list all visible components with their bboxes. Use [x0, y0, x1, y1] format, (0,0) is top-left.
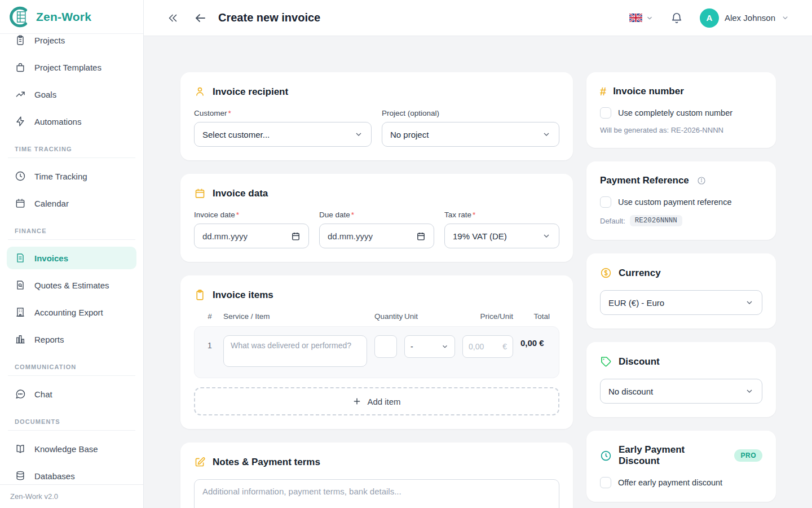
invoice-number-card: # Invoice number Use completely custom n… [586, 72, 776, 148]
sidebar-item-label: Reports [34, 335, 64, 344]
sidebar-item-label: Goals [34, 90, 56, 99]
sidebar-item-projects[interactable]: Projects [7, 34, 136, 51]
info-icon[interactable] [697, 176, 706, 185]
col-quantity: Quantity [374, 312, 397, 321]
reference-default-row: Default: RE2026NNNN [600, 215, 762, 226]
user-name: Alex Johnson [725, 13, 775, 23]
col-unit: Unit [404, 312, 455, 321]
sidebar-item-automations[interactable]: Automations [7, 110, 136, 133]
currency-card: Currency EUR (€) - Euro [586, 253, 776, 329]
col-total: Total [520, 312, 550, 321]
sidebar-item-label: Calendar [34, 199, 69, 208]
card-title: Notes & Payment terms [213, 457, 320, 468]
sidebar-item-label: Knowledge Base [34, 444, 98, 454]
invoice-date-label: Invoice date* [194, 211, 309, 219]
sidebar-item-quotes-estimates[interactable]: Quotes & Estimates [7, 274, 136, 296]
early-payment-discount-card: Early Payment Discount PRO Offer early p… [586, 431, 776, 502]
add-item-button[interactable]: Add item [194, 387, 559, 415]
unit-select[interactable]: - [404, 335, 455, 358]
checkbox[interactable] [600, 107, 611, 119]
notifications-button[interactable] [667, 8, 686, 28]
chevron-down-icon [542, 231, 551, 240]
main-area: Create new invoice [144, 0, 812, 508]
chevron-down-icon [745, 387, 754, 396]
sidebar-item-label: Automations [34, 117, 81, 126]
arrow-left-icon [193, 11, 207, 25]
topbar: Create new invoice [144, 0, 812, 36]
archive-box-icon [15, 62, 26, 73]
sidebar-item-time-tracking[interactable]: Time Tracking [7, 165, 136, 187]
calendar-icon [194, 187, 206, 199]
service-item-input[interactable] [223, 335, 367, 367]
pro-badge: PRO [734, 449, 762, 462]
quantity-input[interactable] [374, 335, 397, 358]
back-button[interactable] [190, 8, 210, 28]
sidebar: Zen-Work Projects Project Templates Goal… [0, 0, 144, 508]
chevron-down-icon [354, 130, 363, 139]
early-discount-checkbox-row[interactable]: Offer early payment discount [600, 477, 762, 488]
app-logo: Zen-Work [0, 0, 143, 34]
avatar: A [700, 8, 719, 28]
due-date-input[interactable]: dd.mm.yyyy [319, 224, 434, 248]
sidebar-item-goals[interactable]: Goals [7, 83, 136, 106]
tax-rate-label: Tax rate* [444, 211, 559, 219]
project-select[interactable]: No project [382, 122, 559, 147]
col-number: # [204, 312, 216, 321]
person-icon [194, 86, 206, 98]
sidebar-item-accounting-export[interactable]: Accounting Export [7, 301, 136, 323]
card-title: Invoice recipient [213, 86, 288, 98]
sidebar-item-label: Project Templates [34, 63, 102, 72]
sidebar-item-calendar[interactable]: Calendar [7, 192, 136, 214]
custom-reference-checkbox-row[interactable]: Use custom payment reference [600, 196, 762, 208]
card-title: Invoice number [613, 86, 684, 97]
book-icon [15, 443, 26, 454]
collapse-sidebar-button[interactable] [163, 8, 182, 28]
card-title: Payment Reference [600, 175, 689, 186]
chevron-down-icon [781, 14, 789, 22]
checkbox[interactable] [600, 477, 611, 488]
discount-select[interactable]: No discount [600, 379, 762, 404]
page-title: Create new invoice [218, 11, 320, 24]
discount-card: Discount No discount [586, 342, 776, 417]
sidebar-item-label: Databases [34, 471, 75, 481]
price-input[interactable]: 0,00 € [462, 335, 513, 358]
notes-input[interactable] [194, 479, 559, 508]
checkbox[interactable] [600, 196, 611, 208]
divider [8, 239, 135, 240]
calendar-icon [15, 198, 26, 209]
sidebar-item-chat[interactable]: Chat [7, 383, 136, 405]
sidebar-item-knowledge-base[interactable]: Knowledge Base [7, 437, 136, 460]
invoice-data-card: Invoice data Invoice date* dd.mm.yyyy Du… [180, 174, 573, 262]
plus-icon [352, 397, 361, 406]
invoice-items-card: Invoice items # Service / Item Quantity … [180, 275, 573, 429]
app-version: Zen-Work v2.0 [0, 484, 143, 508]
divider [8, 430, 135, 431]
zen-work-logo-icon [8, 6, 30, 28]
language-switcher[interactable] [629, 14, 654, 22]
sidebar-item-project-templates[interactable]: Project Templates [7, 56, 136, 78]
payment-reference-card: Payment Reference Use custom payment ref… [586, 161, 776, 240]
sidebar-item-databases[interactable]: Databases [7, 465, 136, 484]
bell-icon [670, 12, 683, 24]
sidebar-item-reports[interactable]: Reports [7, 328, 136, 351]
calendar-icon [291, 231, 301, 241]
due-date-label: Due date* [319, 211, 434, 219]
customer-label: Customer* [194, 109, 372, 117]
sidebar-item-invoices[interactable]: Invoices [7, 247, 136, 269]
project-label: Project (optional) [382, 109, 559, 117]
customer-select[interactable]: Select customer... [194, 122, 372, 147]
quote-icon [15, 279, 26, 291]
uk-flag-icon [629, 14, 642, 22]
invoice-date-input[interactable]: dd.mm.yyyy [194, 224, 309, 248]
currency-select[interactable]: EUR (€) - Euro [600, 290, 762, 315]
chevrons-left-icon [166, 12, 179, 24]
euro-symbol: € [502, 342, 507, 351]
database-icon [15, 470, 26, 481]
user-menu[interactable]: A Alex Johnson [700, 8, 789, 28]
custom-number-checkbox-row[interactable]: Use completely custom number [600, 107, 762, 119]
card-title: Discount [619, 356, 660, 367]
tax-rate-select[interactable]: 19% VAT (DE) [444, 224, 559, 248]
invoice-number-hint: Will be generated as: RE-2026-NNNN [600, 126, 762, 134]
card-title: Early Payment Discount [619, 444, 727, 467]
chevron-down-icon [745, 298, 754, 307]
